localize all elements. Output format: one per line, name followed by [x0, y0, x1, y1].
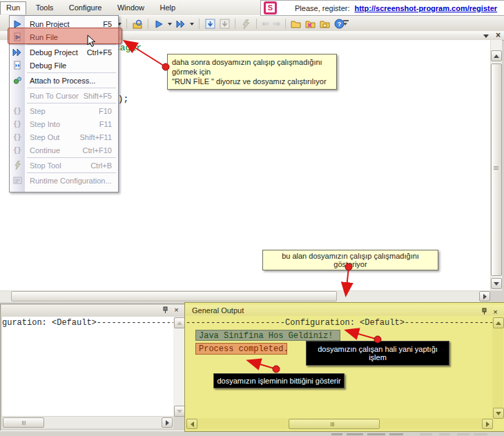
menu-item-continue: Continue Ctrl+F10 [10, 143, 118, 157]
menubar-item-configure[interactable]: Configure [63, 1, 108, 14]
find-in-files-icon[interactable] [132, 19, 143, 30]
menu-separator [27, 157, 116, 158]
stop-tool-icon [240, 19, 251, 30]
output-panel-content: guration: <Default>---------------------… [2, 317, 173, 416]
navigate-back-icon: ⇐ [262, 19, 269, 29]
editor-hscroll-thumb[interactable] [11, 291, 337, 301]
register-link[interactable]: http://screenshot-program.com/register [354, 4, 497, 12]
menu-item-runtime-configuration: Runtime Configuration... [10, 174, 118, 187]
finished-callout: dosyamızın işleminin bittiğini gösterir [213, 373, 345, 388]
sync-folder-icon[interactable] [305, 19, 316, 30]
program-output-line: Java Sinifina Hos Geldiniz! [195, 330, 340, 341]
toolbar-overflow-icon[interactable] [343, 20, 349, 26]
scroll-left-icon[interactable] [186, 419, 197, 429]
menu-item-step-into: Step Into F11 [10, 117, 118, 130]
menu-item-attach-to-process[interactable]: Attach to Process... [10, 74, 118, 87]
menu-item-debug-project[interactable]: Debug Project Ctrl+F5 [10, 46, 118, 59]
menu-separator [27, 88, 116, 88]
menu-item-run-to-cursor: Run To Cursor Shift+F5 [10, 89, 118, 102]
run-file-callout: daha sonra dosyamızın çalışıp çalışmadığ… [167, 54, 337, 90]
svg-text:?: ? [338, 21, 342, 28]
scroll-up-icon[interactable] [493, 317, 504, 328]
step-into-icon [12, 119, 23, 128]
continue-icon [12, 146, 23, 155]
general-output-titlebar[interactable]: General Output × [186, 305, 504, 316]
general-output-title: General Output [192, 306, 244, 315]
step-icon [12, 106, 23, 115]
run-file-highlight-annotation [8, 28, 122, 44]
package-folder-icon[interactable] [320, 19, 331, 30]
menu-item-debug-file[interactable]: Debug File [10, 59, 118, 72]
output-vscrollbar[interactable] [173, 317, 184, 416]
open-folder-icon[interactable] [291, 19, 302, 30]
output-area-callout: bu alan dosyamızın çalışıp çalışmadığını… [262, 250, 438, 270]
process-completed-line: Process completed. [195, 343, 287, 355]
attach-process-icon [12, 76, 23, 85]
debug-file-icon [12, 61, 23, 70]
get-all-files-icon [219, 19, 230, 30]
scroll-right-icon[interactable] [482, 419, 493, 429]
scroll-down-icon[interactable] [491, 278, 502, 289]
register-banner: S Please, register: http://screenshot-pr… [260, 0, 504, 16]
runtime-config-icon [12, 176, 23, 185]
debug-dropdown-icon[interactable] [190, 23, 194, 26]
menu-item-step-out: Step Out Shift+F11 [10, 130, 118, 143]
scroll-up-icon[interactable] [174, 317, 185, 328]
running-callout: dosyamızın çalışan hali yani yaptığı işl… [306, 341, 449, 366]
scroll-right-icon[interactable] [162, 417, 173, 428]
window-list-icon[interactable] [483, 34, 489, 38]
run-dropdown-icon[interactable] [168, 23, 172, 26]
scroll-down-icon[interactable] [174, 406, 185, 417]
scroll-up-icon[interactable] [491, 50, 502, 61]
pin-icon[interactable] [161, 306, 170, 315]
close-icon[interactable]: × [172, 306, 181, 315]
menu-separator [27, 44, 116, 45]
scroll-down-icon[interactable] [493, 408, 504, 419]
menubar-item-run[interactable]: Run [0, 1, 26, 14]
menu-separator [27, 103, 116, 103]
close-icon[interactable]: × [491, 308, 500, 317]
menu-item-stop-tool: Stop Tool Ctrl+B [10, 159, 118, 172]
close-document-icon[interactable]: × [496, 30, 501, 40]
menubar-item-window[interactable]: Window [111, 1, 151, 14]
stop-tool-icon [12, 161, 23, 170]
scroll-right-icon[interactable] [479, 291, 490, 301]
register-text: Please, register: [295, 4, 349, 12]
general-output-panel: General Output × --------------------Con… [184, 302, 504, 432]
menubar-item-help[interactable]: Help [154, 1, 182, 14]
debug-project-icon[interactable] [175, 19, 186, 30]
output-panel-titlebar[interactable]: × [1, 305, 185, 316]
debug-icon [12, 48, 23, 57]
configuration-line: --------------------Configuration: <Defa… [186, 317, 492, 328]
pin-icon[interactable] [480, 308, 489, 316]
general-output-content: --------------------Configuration: <Defa… [186, 317, 492, 418]
app-window: Run Tools Configure Window Help [0, 0, 504, 436]
mouse-cursor [87, 34, 96, 50]
general-output-hscroll-thumb[interactable] [289, 419, 380, 429]
navigate-forward-icon: ⇒ [273, 19, 280, 29]
background-output-panel: × guration: <Default>-------------------… [0, 304, 186, 432]
get-file-icon[interactable] [204, 19, 215, 30]
screenshot-program-logo: S [264, 1, 277, 14]
general-output-vscrollbar[interactable] [492, 317, 503, 418]
output-text: guration: <Default>---------------------… [2, 317, 173, 328]
run-project-icon[interactable] [153, 19, 164, 30]
menu-item-step: Step F10 [10, 104, 118, 117]
step-out-icon [12, 132, 23, 141]
output-hscroll-thumb[interactable] [3, 417, 44, 428]
editor-vscroll-thumb[interactable] [491, 63, 502, 276]
menubar-item-tools[interactable]: Tools [30, 1, 60, 14]
menu-separator [27, 72, 116, 73]
menu-separator [27, 172, 116, 173]
